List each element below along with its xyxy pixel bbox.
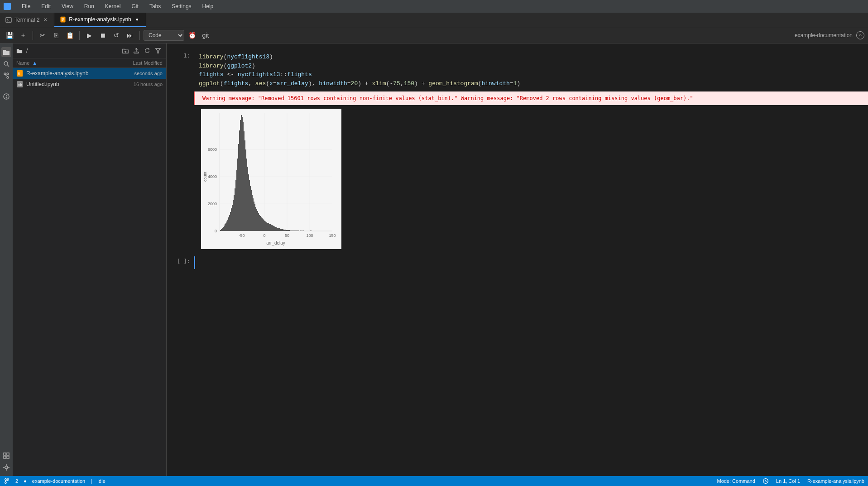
- menu-file[interactable]: File: [20, 2, 32, 10]
- cell-content-2[interactable]: [194, 256, 868, 269]
- new-folder-button[interactable]: [121, 46, 130, 55]
- status-right: Mode: Command Ln 1, Col 1 R-example-anal…: [717, 478, 864, 484]
- notebook-icon: [60, 16, 66, 23]
- svg-rect-80: [255, 207, 256, 231]
- svg-rect-113: [285, 230, 286, 231]
- svg-text:nb: nb: [18, 83, 22, 87]
- toolbar-separator-1: [33, 31, 33, 40]
- status-idle: Idle: [97, 478, 106, 484]
- svg-rect-51: [229, 215, 230, 231]
- kernel-status-button[interactable]: ⏰: [186, 29, 198, 41]
- restart-run-button[interactable]: ⏭: [124, 29, 136, 41]
- menu-kernel[interactable]: Kernel: [103, 2, 123, 10]
- svg-text:0: 0: [215, 229, 217, 233]
- file-row-untitled[interactable]: nb Untitled.ipynb 16 hours ago: [13, 79, 166, 90]
- interrupt-button[interactable]: ⏹: [97, 29, 109, 41]
- svg-rect-69: [245, 149, 246, 231]
- svg-rect-117: [289, 230, 290, 231]
- refresh-button[interactable]: [143, 46, 152, 55]
- save-button[interactable]: 💾: [4, 29, 15, 41]
- svg-text:0: 0: [263, 233, 265, 238]
- histogram-chart: 0 2000 4000 6000 -50 0 50 100 150 count: [201, 109, 341, 249]
- file-row-rnotebook[interactable]: R R-example-analysis.ipynb seconds ago: [13, 68, 166, 79]
- sidebar-icon-git[interactable]: [1, 71, 11, 81]
- copy-button[interactable]: ⎘: [50, 29, 62, 41]
- status-bar: 2 ● example-documentation | Idle Mode: C…: [0, 476, 868, 486]
- status-position-icon: [762, 478, 769, 484]
- svg-rect-18: [7, 456, 9, 458]
- tab-terminal2-close[interactable]: ✕: [42, 17, 48, 23]
- col-modified-header[interactable]: Last Modified: [108, 60, 163, 66]
- sidebar-icon-folder[interactable]: [1, 47, 11, 57]
- svg-rect-89: [264, 220, 264, 231]
- svg-rect-68: [245, 140, 245, 231]
- cut-button[interactable]: ✂: [37, 29, 48, 41]
- menu-edit[interactable]: Edit: [39, 2, 53, 10]
- svg-rect-83: [258, 213, 259, 231]
- svg-rect-66: [243, 122, 244, 231]
- svg-rect-111: [283, 230, 284, 231]
- svg-rect-126: [297, 231, 299, 231]
- svg-rect-93: [267, 223, 268, 231]
- sidebar-icon-plugins[interactable]: [1, 462, 11, 472]
- menu-view[interactable]: View: [60, 2, 75, 10]
- svg-rect-91: [265, 221, 266, 231]
- svg-text:6000: 6000: [208, 147, 217, 152]
- add-cell-button[interactable]: ＋: [17, 29, 29, 41]
- svg-rect-71: [247, 167, 248, 231]
- git-button[interactable]: git: [200, 29, 211, 41]
- warning-text-1: Warning message: "Removed 15601 rows con…: [202, 95, 693, 101]
- svg-rect-101: [274, 226, 275, 231]
- cell-number-2: [ ]:: [167, 256, 194, 269]
- file-modified-rnotebook: seconds ago: [108, 71, 163, 76]
- svg-rect-44: [223, 227, 224, 231]
- svg-rect-119: [291, 231, 292, 231]
- svg-rect-86: [261, 217, 262, 231]
- cell-content-1[interactable]: library(nycflights13) library(ggplot2) f…: [194, 51, 868, 253]
- svg-rect-53: [231, 208, 232, 231]
- plot-output-1: 0 2000 4000 6000 -50 0 50 100 150 count: [194, 109, 868, 249]
- sidebar-icon-extensions[interactable]: [1, 451, 11, 461]
- run-button[interactable]: ▶: [83, 29, 95, 41]
- filter-button[interactable]: [153, 46, 163, 55]
- svg-rect-94: [268, 223, 269, 231]
- svg-rect-52: [230, 212, 231, 231]
- tab-terminal2[interactable]: Terminal 2 ✕: [0, 13, 54, 27]
- svg-rect-49: [227, 220, 228, 231]
- cell-type-select[interactable]: Code Markdown Raw: [144, 30, 184, 41]
- tab-rnotebook-close[interactable]: ●: [134, 16, 140, 23]
- sidebar-icon-debug[interactable]: [1, 91, 11, 101]
- tab-rnotebook[interactable]: R-example-analysis.ipynb ●: [54, 13, 146, 27]
- svg-text:arr_delay: arr_delay: [266, 241, 285, 245]
- file-panel: / Name ▲ Last M: [13, 43, 167, 476]
- svg-rect-79: [254, 204, 255, 231]
- svg-text:50: 50: [285, 233, 289, 238]
- app-logo: [4, 3, 11, 10]
- menu-tabs[interactable]: Tabs: [148, 2, 163, 10]
- svg-rect-72: [248, 174, 249, 231]
- menu-help[interactable]: Help: [201, 2, 216, 10]
- menu-run[interactable]: Run: [82, 2, 96, 10]
- svg-rect-109: [282, 229, 283, 231]
- file-name-untitled: Untitled.ipynb: [26, 81, 108, 87]
- status-filename: R-example-analysis.ipynb: [807, 478, 864, 484]
- svg-rect-63: [240, 120, 241, 231]
- svg-rect-104: [277, 228, 278, 231]
- svg-point-141: [5, 479, 7, 481]
- toolbar: 💾 ＋ ✂ ⎘ 📋 ▶ ⏹ ↺ ⏭ Code Markdown Raw ⏰ gi…: [0, 27, 868, 43]
- svg-rect-0: [6, 17, 11, 22]
- svg-rect-81: [256, 209, 257, 231]
- menu-git[interactable]: Git: [130, 2, 140, 10]
- code-cell-1[interactable]: library(nycflights13) library(ggplot2) f…: [194, 51, 868, 90]
- upload-button[interactable]: [132, 46, 141, 55]
- paste-button[interactable]: 📋: [64, 29, 76, 41]
- svg-rect-45: [224, 226, 225, 231]
- status-number: 2: [15, 478, 18, 484]
- svg-rect-46: [225, 224, 225, 231]
- settings-circle[interactable]: ○: [856, 31, 864, 39]
- menu-settings[interactable]: Settings: [170, 2, 193, 10]
- svg-rect-78: [254, 202, 254, 231]
- restart-button[interactable]: ↺: [110, 29, 122, 41]
- sidebar-icon-search[interactable]: [1, 59, 11, 69]
- col-name-header[interactable]: Name ▲: [16, 60, 108, 66]
